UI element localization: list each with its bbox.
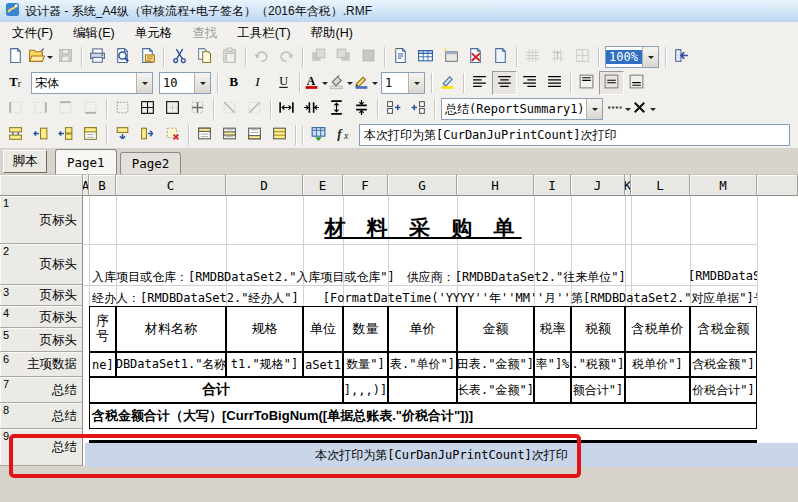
row-band-label-6[interactable]: 6主项数据 xyxy=(0,352,83,377)
script-tab-button[interactable]: 脚本 xyxy=(3,150,47,173)
total-cell-6[interactable] xyxy=(625,377,690,403)
font-name-button[interactable]: Tr xyxy=(3,71,28,95)
column-header-F[interactable]: F xyxy=(343,174,388,196)
cell-row3-left[interactable]: 经办人：[RMDBDataSet2."经办人"] [FormatDateTime… xyxy=(92,290,568,307)
column-header-G[interactable]: G xyxy=(388,174,457,196)
align-left-button[interactable] xyxy=(467,71,492,95)
band-summary-button[interactable] xyxy=(267,123,292,147)
border-all-button[interactable] xyxy=(135,97,160,121)
zoom-combo-arrow[interactable] xyxy=(642,47,658,67)
unmerge-cells-button[interactable] xyxy=(78,123,103,147)
tab-page1[interactable]: Page1 xyxy=(55,149,117,174)
detail-cell-6[interactable]: 表."单价"] xyxy=(388,352,457,377)
header-cell-7[interactable]: 金额 xyxy=(457,306,534,352)
line-width-combo-arrow[interactable] xyxy=(408,73,424,93)
column-header-D[interactable]: D xyxy=(226,174,303,196)
row-band-label-8[interactable]: 8总结 xyxy=(0,403,83,429)
merge-cells-left-button[interactable] xyxy=(28,123,53,147)
total-cell-3[interactable]: 长表."金额"] xyxy=(457,377,534,403)
same-height-button[interactable] xyxy=(324,97,349,121)
border-outline-button[interactable] xyxy=(160,97,185,121)
formula-input[interactable] xyxy=(359,124,790,146)
align-justify-button[interactable] xyxy=(542,71,567,95)
zoom-combo[interactable]: 100% xyxy=(605,46,659,68)
band-detail-button[interactable] xyxy=(242,123,267,147)
line-color-button[interactable] xyxy=(353,71,378,95)
dropdown-arrow-icon[interactable] xyxy=(372,82,378,88)
report-title[interactable]: 材 料 采 购 单 xyxy=(89,214,757,242)
valign-middle-button[interactable] xyxy=(599,71,624,95)
menu-item-5[interactable]: 工具栏(T) xyxy=(227,22,300,44)
header-cell-11[interactable]: 含税金额 xyxy=(690,306,757,352)
header-cell-8[interactable]: 税率 xyxy=(534,306,571,352)
row-band-label-7[interactable]: 7总结 xyxy=(0,377,83,403)
row-band-label-3[interactable]: 3页标头 xyxy=(0,285,83,306)
insert-script-page-button[interactable] xyxy=(388,45,413,69)
highlight-button[interactable] xyxy=(435,71,460,95)
underline-button[interactable]: U xyxy=(271,71,296,95)
row-band-label-5[interactable]: 5页标头 xyxy=(0,328,83,352)
open-folder-button[interactable] xyxy=(28,45,53,69)
valign-top-button[interactable] xyxy=(574,71,599,95)
detail-cell-1[interactable]: ne] xyxy=(89,352,116,377)
valign-bottom-button[interactable] xyxy=(624,71,649,95)
detail-cell-9[interactable]: ."税额"] xyxy=(571,352,625,377)
total-label-cell[interactable]: 合计 xyxy=(89,377,343,403)
print-preview-button[interactable] xyxy=(110,45,135,69)
corner-header-cell[interactable] xyxy=(0,174,83,196)
split-cells-button[interactable] xyxy=(3,123,28,147)
page-setup-button[interactable] xyxy=(135,45,160,69)
fill-color-button[interactable] xyxy=(328,71,353,95)
font-name-combo-arrow[interactable] xyxy=(136,73,152,93)
column-header-J[interactable]: J xyxy=(571,174,625,196)
menu-item-2[interactable]: 编辑(E) xyxy=(63,22,125,44)
row-band-label-1[interactable]: 1页标头 xyxy=(0,196,83,244)
cell-row2-right[interactable]: [RMDBDataSet2. xyxy=(688,269,757,283)
cut-button[interactable] xyxy=(167,45,192,69)
header-cell-6[interactable]: 单价 xyxy=(388,306,457,352)
column-header-M[interactable]: M xyxy=(690,174,757,196)
header-cell-2[interactable]: 材料名称 xyxy=(116,306,226,352)
column-header-C[interactable]: C xyxy=(116,174,226,196)
menu-item-1[interactable]: 文件(F) xyxy=(2,22,63,44)
cell-row3-right[interactable]: 第[RMDBDataSet2."对应单据"]号 xyxy=(571,290,757,307)
line-width-combo[interactable]: 1 xyxy=(381,72,425,94)
copy-button[interactable] xyxy=(192,45,217,69)
detail-cell-7[interactable]: 田表."金额"] xyxy=(457,352,534,377)
header-cell-3[interactable]: 规格 xyxy=(226,306,303,352)
column-header-L[interactable]: L xyxy=(631,174,690,196)
delete-page-button[interactable] xyxy=(463,45,488,69)
bold-button[interactable]: B xyxy=(221,71,246,95)
detail-cell-10[interactable]: 税单价"] xyxy=(625,352,690,377)
line-style-button[interactable] xyxy=(606,97,631,121)
header-cell-10[interactable]: 含税单价 xyxy=(625,306,690,352)
fit-height-button[interactable] xyxy=(349,97,374,121)
total-cell-1[interactable]: ],,,)] xyxy=(343,377,388,403)
total-cell-2[interactable] xyxy=(388,377,457,403)
total-cell-7[interactable]: 价税合计"] xyxy=(690,377,757,403)
column-header-H[interactable]: H xyxy=(457,174,534,196)
detail-cell-8[interactable]: 率"]% xyxy=(534,352,571,377)
band-groupheader-button[interactable] xyxy=(217,123,242,147)
insert-cell-left-button[interactable] xyxy=(381,97,406,121)
header-cell-4[interactable]: 单位 xyxy=(303,306,343,352)
insert-row-below-button[interactable] xyxy=(110,123,135,147)
dropdown-arrow-icon[interactable] xyxy=(650,108,656,114)
align-right-button[interactable] xyxy=(517,71,542,95)
fx-button[interactable]: fx xyxy=(331,123,356,147)
insert-col-right-button[interactable] xyxy=(135,123,160,147)
tab-page2[interactable]: Page2 xyxy=(120,152,182,174)
row-band-label-2[interactable]: 2页标头 xyxy=(0,244,83,285)
border-none-button[interactable] xyxy=(110,97,135,121)
menu-item-3[interactable]: 单元格 xyxy=(125,22,183,44)
header-cell-1[interactable]: 序 号 xyxy=(89,306,116,352)
font-color-button[interactable]: A xyxy=(303,71,328,95)
header-cell-9[interactable]: 税额 xyxy=(571,306,625,352)
column-header-B[interactable]: B xyxy=(89,174,116,196)
blank-page-button[interactable] xyxy=(488,45,513,69)
align-center-button[interactable] xyxy=(492,71,517,95)
band-combo-arrow[interactable] xyxy=(586,99,602,119)
delete-x-button[interactable] xyxy=(631,97,656,121)
italic-button[interactable]: I xyxy=(246,71,271,95)
row-band-label-4[interactable]: 4页标头 xyxy=(0,306,83,328)
